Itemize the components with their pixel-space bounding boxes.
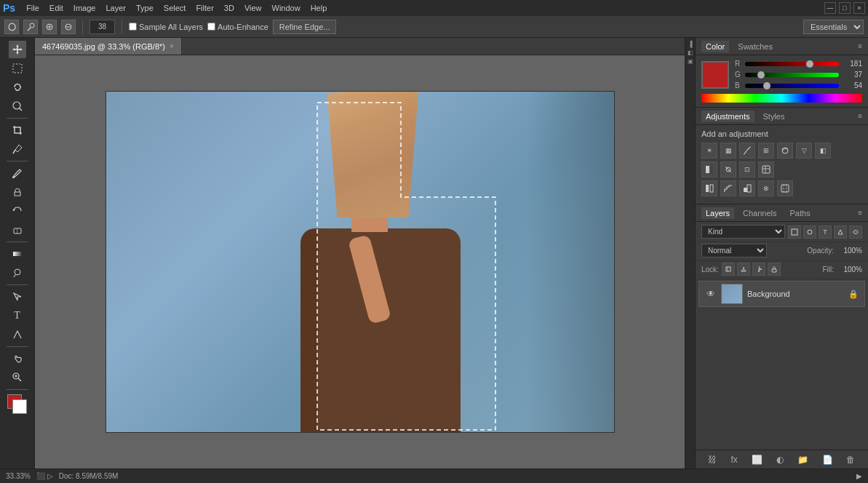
add-fx-icon[interactable]: fx (730, 455, 737, 465)
quick-select-tool[interactable] (9, 97, 26, 115)
tool-option-icon[interactable] (42, 20, 57, 34)
text-tool[interactable]: T (9, 307, 26, 324)
lock-all-icon[interactable] (768, 263, 781, 276)
fg-bg-colors[interactable] (7, 394, 28, 415)
adj-selective-color-icon[interactable] (777, 180, 793, 196)
pen-tool[interactable] (9, 288, 26, 306)
menu-layer[interactable]: Layer (100, 2, 131, 14)
brush-size-box[interactable]: 38 (89, 20, 115, 34)
paths-tab[interactable]: Paths (786, 207, 815, 219)
layers-panel-more[interactable]: ≡ (858, 209, 862, 217)
color-swatch[interactable] (701, 61, 729, 89)
tool-lasso-icon[interactable] (4, 20, 19, 34)
svg-rect-25 (744, 188, 747, 192)
menu-3d[interactable]: 3D (219, 2, 239, 14)
add-folder-icon[interactable]: 📁 (797, 455, 808, 465)
menu-view[interactable]: View (239, 2, 267, 14)
move-tool[interactable] (9, 41, 26, 58)
history-brush-tool[interactable] (9, 202, 26, 220)
maximize-btn[interactable]: □ (839, 2, 851, 14)
canvas-scroll-area[interactable] (35, 55, 685, 468)
path-select-tool[interactable] (9, 326, 26, 343)
adj-invert-icon[interactable] (701, 180, 717, 196)
adj-threshold-icon[interactable] (739, 180, 755, 196)
menu-edit[interactable]: Edit (44, 2, 68, 14)
auto-enhance-check[interactable]: Auto-Enhance (207, 23, 268, 31)
crop-tool[interactable] (9, 121, 26, 139)
lock-paint-icon[interactable] (737, 263, 750, 276)
adj-exposure-icon[interactable]: ⊞ (758, 143, 774, 159)
eraser-tool[interactable] (9, 221, 26, 239)
layer-visibility-icon[interactable]: 👁 (705, 289, 717, 299)
menu-select[interactable]: Select (159, 2, 191, 14)
auto-enhance-input[interactable] (207, 23, 215, 31)
lasso-tool[interactable] (9, 79, 26, 96)
color-tab[interactable]: Color (701, 41, 729, 52)
r-slider[interactable] (745, 62, 839, 66)
adj-curves-icon[interactable] (739, 143, 755, 159)
channels-tab[interactable]: Channels (738, 207, 781, 219)
brush-tool[interactable] (9, 164, 26, 182)
background-color[interactable] (12, 399, 27, 414)
menu-window[interactable]: Window (267, 2, 306, 14)
add-layer-icon[interactable]: 📄 (822, 455, 833, 465)
adj-brightness-icon[interactable]: ☀ (701, 143, 717, 159)
hand-tool[interactable] (9, 350, 26, 367)
sample-all-layers-input[interactable] (129, 23, 137, 31)
brush-tool-icon[interactable] (23, 20, 38, 34)
swatches-tab[interactable]: Swatches (733, 41, 777, 52)
filter-adjust-icon[interactable] (803, 225, 816, 239)
menu-file[interactable]: File (21, 2, 44, 14)
adj-channel-mixer-icon[interactable]: ⊡ (739, 161, 755, 177)
document-tab[interactable]: 467469035.jpg @ 33.3% (RGB/8*) × (35, 38, 182, 55)
filter-type-icon[interactable]: T (819, 225, 832, 239)
tab-close-icon[interactable]: × (170, 42, 174, 50)
adjustments-tab[interactable]: Adjustments (701, 111, 754, 122)
eyedropper-tool[interactable] (9, 140, 26, 158)
filter-pixel-icon[interactable] (788, 225, 801, 239)
adj-photo-filter-icon[interactable] (720, 161, 736, 177)
filter-smart-icon[interactable] (849, 225, 862, 239)
sample-all-layers-check[interactable]: Sample All Layers (129, 23, 203, 31)
adj-colorbalance-icon[interactable]: ◧ (815, 143, 831, 159)
menu-image[interactable]: Image (68, 2, 101, 14)
menu-type[interactable]: Type (131, 2, 159, 14)
adj-gradient-map-icon[interactable]: ⊗ (758, 180, 774, 196)
workspace-select[interactable]: Essentials (803, 20, 864, 34)
lock-pixels-icon[interactable] (722, 263, 735, 276)
layers-kind-select[interactable]: Kind (701, 225, 785, 239)
adj-bw-icon[interactable] (701, 161, 717, 177)
blend-mode-select[interactable]: Normal (701, 244, 767, 258)
adj-vibrance-icon[interactable] (777, 143, 793, 159)
filter-shape-icon[interactable] (834, 225, 847, 239)
gradient-tool[interactable] (9, 245, 26, 263)
selection-tool[interactable] (9, 60, 26, 77)
layers-tab[interactable]: Layers (701, 207, 734, 219)
zoom-tool[interactable] (9, 369, 26, 386)
adj-levels-icon[interactable]: ▦ (720, 143, 736, 159)
adj-hsl-icon[interactable]: ▽ (796, 143, 812, 159)
delete-layer-icon[interactable]: 🗑 (846, 455, 855, 465)
lock-move-icon[interactable] (752, 263, 765, 276)
status-arrow[interactable]: ▶ (856, 472, 862, 480)
color-panel-more[interactable]: ≡ (858, 42, 862, 50)
add-adjustment-icon[interactable]: ◐ (776, 455, 784, 465)
layer-item[interactable]: 👁 Background 🔒 (698, 281, 865, 307)
color-spectrum[interactable] (701, 94, 862, 103)
adj-panel-more[interactable]: ≡ (858, 112, 862, 120)
tool-subtract-icon[interactable] (61, 20, 76, 34)
blur-tool[interactable] (9, 264, 26, 282)
add-mask-icon[interactable]: ⬜ (752, 455, 763, 465)
adj-color-lookup-icon[interactable] (758, 161, 774, 177)
styles-tab[interactable]: Styles (759, 111, 789, 122)
minimize-btn[interactable]: — (824, 2, 836, 14)
menu-filter[interactable]: Filter (191, 2, 218, 14)
close-btn[interactable]: × (853, 2, 865, 14)
menu-help[interactable]: Help (306, 2, 333, 14)
adj-posterize-icon[interactable] (720, 180, 736, 196)
b-slider[interactable] (745, 84, 839, 88)
refine-edge-button[interactable]: Refine Edge... (273, 20, 337, 34)
stamp-tool[interactable] (9, 183, 26, 201)
add-link-icon[interactable]: ⛓ (708, 455, 717, 465)
g-slider[interactable] (745, 73, 839, 77)
